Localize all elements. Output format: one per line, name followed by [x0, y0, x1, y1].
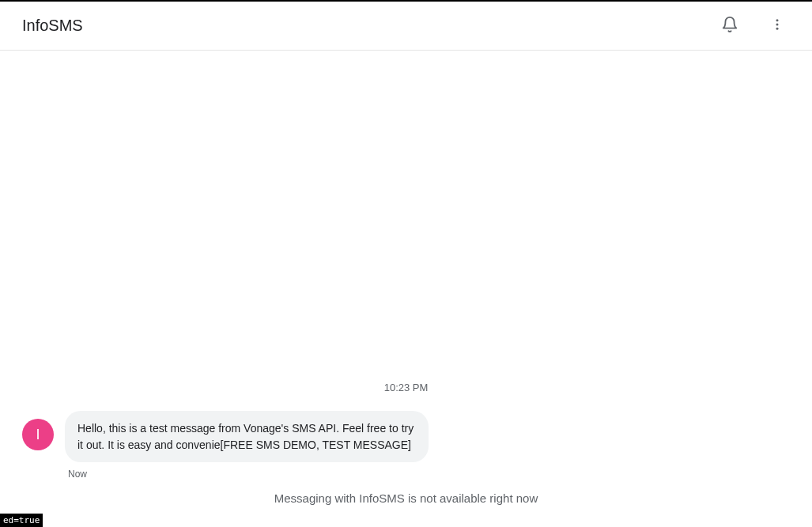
message-content-wrap: Hello, this is a test message from Vonag… — [65, 411, 429, 480]
avatar[interactable]: I — [22, 419, 54, 450]
svg-point-0 — [776, 19, 779, 21]
svg-point-2 — [776, 28, 779, 30]
bell-icon — [721, 16, 738, 36]
app-header: InfoSMS — [0, 2, 812, 51]
svg-point-1 — [776, 24, 779, 26]
message-meta: Now — [65, 469, 87, 480]
message-bubble[interactable]: Hello, this is a test message from Vonag… — [65, 411, 429, 462]
more-vertical-icon — [770, 17, 784, 34]
contact-name: InfoSMS — [22, 17, 83, 35]
messages-wrapper: 10:23 PM I Hello, this is a test message… — [0, 382, 812, 480]
debug-badge: ed=true — [0, 514, 43, 527]
header-actions — [714, 10, 793, 42]
notifications-button[interactable] — [714, 10, 746, 42]
conversation-area: 10:23 PM I Hello, this is a test message… — [0, 51, 812, 527]
availability-notice: Messaging with InfoSMS is not available … — [0, 485, 812, 511]
more-options-button[interactable] — [761, 10, 793, 42]
message-timestamp: 10:23 PM — [22, 382, 790, 393]
message-row: I Hello, this is a test message from Von… — [22, 411, 790, 480]
